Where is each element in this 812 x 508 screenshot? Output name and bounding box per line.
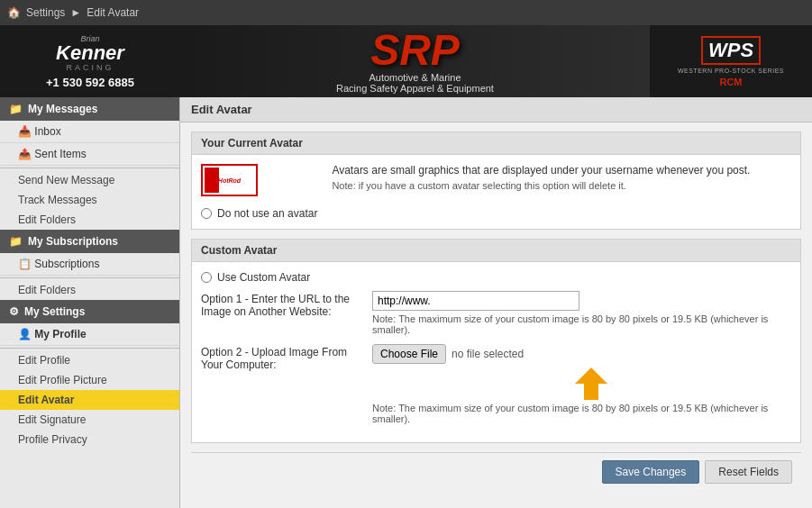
option2-label: Option 2 - Upload Image From Your Comput… bbox=[201, 344, 363, 371]
use-custom-avatar-radio[interactable] bbox=[201, 272, 212, 283]
brand-name: Kenner bbox=[56, 43, 124, 63]
breadcrumb-separator: ► bbox=[70, 6, 81, 19]
sidebar-sub-profile-privacy[interactable]: Profile Privacy bbox=[0, 430, 179, 449]
arrow-icon bbox=[575, 367, 607, 400]
option1-note: Note: The maximum size of your custom im… bbox=[372, 313, 791, 335]
srp-logo: SRP bbox=[370, 29, 460, 72]
url-input[interactable] bbox=[372, 291, 579, 311]
no-file-label: no file selected bbox=[452, 348, 524, 360]
banner: Brian Kenner RACING +1 530 592 6885 SRP … bbox=[0, 25, 812, 97]
custom-avatar-body: Use Custom Avatar Option 1 - Enter the U… bbox=[192, 262, 800, 442]
svg-marker-0 bbox=[575, 367, 607, 400]
sidebar-sub-track-messages[interactable]: Track Messages bbox=[0, 190, 179, 210]
brand-sub: RACING bbox=[66, 63, 114, 72]
settings-folder-icon: ⚙ bbox=[9, 305, 19, 318]
banner-right: WPS WESTERN PRO-STOCK SERIES RCM bbox=[650, 25, 812, 97]
content-body: Your Current Avatar HotRod bbox=[180, 122, 812, 500]
banner-line1: Automotive & Marine bbox=[369, 72, 461, 83]
profile-icon: 👤 bbox=[18, 328, 34, 340]
wps-sub: WESTERN PRO-STOCK SERIES bbox=[678, 68, 784, 74]
folder-icon: 📁 bbox=[9, 103, 23, 115]
subscriptions-folder-icon: 📁 bbox=[9, 235, 23, 248]
sidebar-header-messages: 📁 My Messages bbox=[0, 97, 179, 121]
sidebar-section-messages: 📁 My Messages 📥 Inbox 📤 Sent Items Send … bbox=[0, 97, 179, 230]
sidebar-sub-edit-folders-msg[interactable]: Edit Folders bbox=[0, 210, 179, 230]
file-upload-area: Choose File no file selected bbox=[372, 344, 791, 364]
avatar-image-text: HotRod bbox=[218, 177, 241, 184]
content-area: Edit Avatar Your Current Avatar HotRod bbox=[180, 97, 812, 508]
option1-label: Option 1 - Enter the URL to the Image on… bbox=[201, 291, 363, 318]
sidebar-sub-send-message[interactable]: Send New Message bbox=[0, 170, 179, 190]
arrow-indicator-container bbox=[390, 367, 791, 400]
sidebar-sub-edit-folders-sub[interactable]: Edit Folders bbox=[0, 280, 179, 300]
sidebar-sub-edit-profile[interactable]: Edit Profile bbox=[0, 350, 179, 370]
current-avatar-section: Your Current Avatar HotRod bbox=[191, 132, 801, 230]
reset-fields-button[interactable]: Reset Fields bbox=[705, 460, 792, 484]
avatar-note: Note: if you have a custom avatar select… bbox=[332, 180, 791, 191]
subscriptions-icon: 📋 bbox=[18, 258, 34, 270]
sidebar-divider-3 bbox=[0, 348, 179, 349]
save-changes-button[interactable]: Save Changes bbox=[602, 460, 700, 484]
home-icon[interactable]: 🏠 bbox=[7, 6, 21, 19]
no-avatar-label: Do not use an avatar bbox=[217, 207, 317, 220]
sidebar-divider-2 bbox=[0, 277, 179, 278]
sidebar-sub-edit-avatar[interactable]: Edit Avatar bbox=[0, 390, 179, 410]
sent-icon: 📤 bbox=[18, 148, 34, 160]
choose-file-button[interactable]: Choose File bbox=[372, 344, 446, 364]
avatar-preview: HotRod bbox=[201, 164, 258, 196]
settings-link[interactable]: Settings bbox=[26, 6, 65, 19]
sidebar-item-sent[interactable]: 📤 Sent Items bbox=[0, 143, 179, 166]
rcm-badge: RCM bbox=[719, 77, 742, 87]
option2-input-area: Choose File no file selected Note: The m… bbox=[372, 344, 791, 424]
use-custom-avatar-text: Use Custom Avatar bbox=[217, 271, 310, 284]
breadcrumb: 🏠 Settings ► Edit Avatar bbox=[7, 6, 139, 19]
custom-avatar-section: Custom Avatar Use Custom Avatar Option 1… bbox=[191, 239, 801, 443]
sidebar-sub-edit-signature[interactable]: Edit Signature bbox=[0, 410, 179, 430]
sidebar-sub-edit-profile-picture[interactable]: Edit Profile Picture bbox=[0, 370, 179, 390]
current-page-label: Edit Avatar bbox=[87, 6, 139, 19]
custom-avatar-header: Custom Avatar bbox=[192, 240, 800, 262]
option2-row: Option 2 - Upload Image From Your Comput… bbox=[201, 344, 791, 424]
phone-number: +1 530 592 6885 bbox=[46, 76, 134, 89]
bottom-bar: Save Changes Reset Fields bbox=[191, 452, 801, 491]
inbox-icon: 📥 bbox=[18, 125, 34, 138]
sidebar-header-settings: ⚙ My Settings bbox=[0, 300, 179, 323]
sidebar-item-my-profile[interactable]: 👤 My Profile bbox=[0, 323, 179, 346]
banner-left: Brian Kenner RACING +1 530 592 6885 bbox=[0, 25, 180, 97]
current-avatar-header: Your Current Avatar bbox=[192, 132, 800, 155]
option1-input-area: Note: The maximum size of your custom im… bbox=[372, 291, 791, 335]
top-bar: 🏠 Settings ► Edit Avatar bbox=[0, 0, 812, 25]
no-avatar-radio-label[interactable]: Do not use an avatar bbox=[201, 207, 317, 220]
banner-line2: Racing Safety Apparel & Equipment bbox=[336, 83, 494, 94]
avatar-description: Avatars are small graphics that are disp… bbox=[332, 164, 791, 177]
banner-center: SRP Automotive & Marine Racing Safety Ap… bbox=[180, 25, 650, 97]
wps-logo: WPS bbox=[701, 36, 761, 65]
main-layout: 📁 My Messages 📥 Inbox 📤 Sent Items Send … bbox=[0, 97, 812, 508]
current-avatar-body: HotRod Do not use an avatar bbox=[192, 155, 800, 229]
sidebar-section-subscriptions: 📁 My Subscriptions 📋 Subscriptions Edit … bbox=[0, 230, 179, 300]
no-avatar-radio[interactable] bbox=[201, 208, 212, 219]
use-custom-avatar-label[interactable]: Use Custom Avatar bbox=[201, 271, 791, 284]
option2-note: Note: The maximum size of your custom im… bbox=[372, 403, 791, 424]
sidebar-divider-1 bbox=[0, 168, 179, 168]
option1-row: Option 1 - Enter the URL to the Image on… bbox=[201, 291, 791, 335]
sidebar-header-subscriptions: 📁 My Subscriptions bbox=[0, 230, 179, 253]
sidebar-section-settings: ⚙ My Settings 👤 My Profile Edit Profile … bbox=[0, 300, 179, 449]
sidebar: 📁 My Messages 📥 Inbox 📤 Sent Items Send … bbox=[0, 97, 180, 508]
sidebar-item-subscriptions[interactable]: 📋 Subscriptions bbox=[0, 253, 179, 276]
content-header: Edit Avatar bbox=[180, 97, 812, 122]
sidebar-item-inbox[interactable]: 📥 Inbox bbox=[0, 121, 179, 143]
